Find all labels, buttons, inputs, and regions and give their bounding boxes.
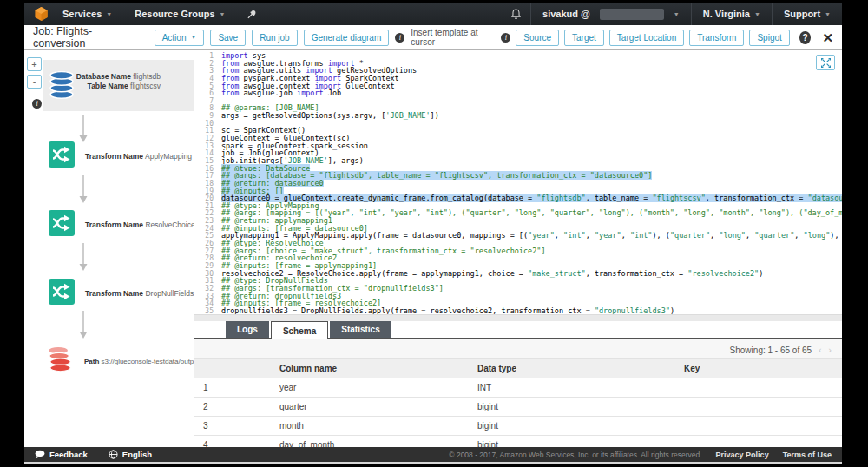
target-button[interactable]: Target bbox=[564, 30, 604, 46]
run-job-button[interactable]: Run job bbox=[252, 30, 297, 46]
schema-cell: bigint bbox=[470, 398, 677, 417]
transform-node-label: Transform Name ResolveChoice bbox=[85, 220, 194, 229]
expand-editor-button[interactable] bbox=[816, 55, 835, 70]
expand-icon bbox=[821, 58, 831, 68]
account-menu[interactable]: sivakud @ ▼ bbox=[531, 3, 691, 25]
source-button[interactable]: Source bbox=[516, 30, 559, 46]
generate-diagram-button[interactable]: Generate diagram bbox=[304, 30, 390, 46]
transform-icon bbox=[49, 141, 75, 171]
connector-arrow-icon bbox=[79, 175, 88, 203]
schema-cell: quarter bbox=[273, 398, 470, 417]
support-menu[interactable]: Support ▼ bbox=[773, 3, 842, 25]
database-node[interactable]: Database Name flightsdbTable Name flight… bbox=[43, 60, 194, 111]
diagram-info-icon[interactable]: i bbox=[32, 99, 42, 109]
schema-cell: month bbox=[273, 417, 470, 436]
action-button-label: Action bbox=[162, 33, 187, 43]
schema-table: Column nameData typeKey 1yearINT2quarter… bbox=[194, 358, 842, 447]
schema-cell: bigint bbox=[470, 436, 677, 448]
nav-resource-groups-menu[interactable]: Resource Groups ▼ bbox=[123, 3, 236, 25]
s3-node-label: Path s3://glueconsole-testdata/output bbox=[84, 358, 194, 365]
feedback-button[interactable]: Feedback bbox=[35, 450, 88, 459]
chevron-down-icon: ▼ bbox=[220, 11, 226, 17]
target-location-button[interactable]: Target Location bbox=[609, 30, 684, 46]
connector-arrow bbox=[79, 311, 88, 342]
schema-row: 2quarterbigint bbox=[194, 398, 842, 417]
schema-cell bbox=[677, 398, 842, 417]
tab-schema[interactable]: Schema bbox=[271, 321, 328, 339]
region-label: N. Virginia bbox=[703, 9, 750, 19]
language-label: English bbox=[122, 450, 152, 459]
schema-cell: 3 bbox=[194, 417, 273, 436]
code-line: 6from awsglue.job import Job bbox=[194, 89, 842, 97]
tab-logs[interactable]: Logs bbox=[226, 321, 269, 338]
aws-logo-icon[interactable] bbox=[35, 7, 48, 21]
close-icon[interactable]: ✕ bbox=[822, 31, 833, 44]
connector-arrow-icon bbox=[79, 243, 88, 271]
job-info-icon[interactable]: i bbox=[395, 33, 404, 43]
transform-node-label: Transform Name ApplyMapping bbox=[85, 152, 192, 161]
terms-of-use-link[interactable]: Terms of Use bbox=[783, 451, 832, 459]
transform-node-resolvechoice[interactable]: Transform Name ResolveChoice bbox=[49, 211, 194, 238]
action-button[interactable]: Action ▼ bbox=[155, 30, 205, 46]
connector-arrow-icon bbox=[79, 311, 88, 339]
page-title: Job: Flights-conversion bbox=[33, 25, 142, 49]
schema-column-header: Data type bbox=[470, 359, 677, 378]
editor-horizontal-scrollbar[interactable] bbox=[194, 314, 842, 321]
schema-cell: day_of_month bbox=[273, 436, 470, 448]
pin-icon[interactable] bbox=[236, 3, 268, 25]
prev-page-arrow[interactable]: ‹ bbox=[819, 345, 822, 355]
help-button[interactable]: ? bbox=[799, 31, 812, 44]
spigot-button[interactable]: Spigot bbox=[749, 30, 789, 46]
transform-icon bbox=[49, 279, 75, 305]
schema-row: 3monthbigint bbox=[194, 417, 842, 436]
tab-statistics[interactable]: Statistics bbox=[330, 321, 391, 338]
database-node-label: Database Name flightsdbTable Name flight… bbox=[76, 72, 161, 91]
schema-panel: Showing: 1 - 65 of 65 ‹ › Column nameDat… bbox=[194, 339, 842, 447]
privacy-policy-link[interactable]: Privacy Policy bbox=[716, 451, 769, 459]
database-icon bbox=[49, 71, 75, 99]
schema-column-header: Key bbox=[677, 359, 842, 378]
chevron-down-icon: ▼ bbox=[754, 11, 760, 17]
main-area: + - i Database Name flightsdbTable Name … bbox=[24, 50, 842, 447]
support-label: Support bbox=[784, 9, 820, 19]
transform-node-applymapping[interactable]: Transform Name ApplyMapping bbox=[49, 142, 192, 169]
speech-bubble-icon bbox=[35, 450, 45, 459]
transform-button[interactable]: Transform bbox=[689, 30, 744, 46]
transform-node-label: Transform Name DropNullFields bbox=[85, 289, 194, 298]
chevron-down-icon: ▼ bbox=[106, 11, 112, 17]
schema-cell: 1 bbox=[194, 378, 273, 398]
zoom-in-button[interactable]: + bbox=[27, 57, 42, 71]
language-button[interactable]: English bbox=[108, 450, 152, 459]
footer: Feedback English © 2008 - 2017, Amazon W… bbox=[24, 447, 842, 462]
editor-panel: 1import sys2from awsglue.transforms impo… bbox=[194, 50, 842, 447]
schema-cell: bigint bbox=[470, 417, 677, 436]
insert-template-info-icon[interactable]: i bbox=[501, 33, 510, 43]
diagram-sidebar: + - i Database Name flightsdbTable Name … bbox=[24, 50, 194, 447]
top-navbar: Services ▼ Resource Groups ▼ bbox=[24, 3, 842, 25]
nav-services-menu[interactable]: Services ▼ bbox=[51, 3, 123, 25]
transform-node-dropnullfields[interactable]: Transform Name DropNullFields bbox=[49, 280, 194, 306]
database-icon bbox=[49, 71, 75, 102]
schema-cell: year bbox=[273, 378, 470, 398]
code-line: 18## @return: datasource0 bbox=[194, 180, 842, 187]
schema-cell: 4 bbox=[194, 436, 273, 448]
connector-arrow bbox=[79, 243, 88, 274]
transform-icon bbox=[49, 210, 75, 236]
redacted-account-name bbox=[600, 9, 664, 20]
next-page-arrow[interactable]: › bbox=[828, 345, 832, 355]
insert-template-label: Insert template at cursor bbox=[411, 28, 496, 47]
save-button[interactable]: Save bbox=[210, 30, 246, 46]
notifications-bell-icon[interactable] bbox=[502, 3, 530, 25]
connector-arrow-icon bbox=[79, 115, 88, 142]
s3-output-node[interactable]: Path s3://glueconsole-testdata/output bbox=[48, 345, 194, 377]
schema-cell bbox=[677, 378, 842, 398]
zoom-out-button[interactable]: - bbox=[27, 75, 42, 89]
transform-icon bbox=[49, 279, 75, 308]
code-line: 35dropnullfields3 = DropNullFields.apply… bbox=[194, 307, 842, 314]
schema-cell bbox=[677, 417, 842, 436]
connector-arrow bbox=[79, 115, 88, 146]
transform-icon bbox=[49, 210, 75, 240]
copyright-text: © 2008 - 2017, Amazon Web Services, Inc.… bbox=[449, 451, 701, 459]
region-menu[interactable]: N. Virginia ▼ bbox=[692, 3, 772, 25]
code-editor[interactable]: 1import sys2from awsglue.transforms impo… bbox=[194, 50, 842, 314]
